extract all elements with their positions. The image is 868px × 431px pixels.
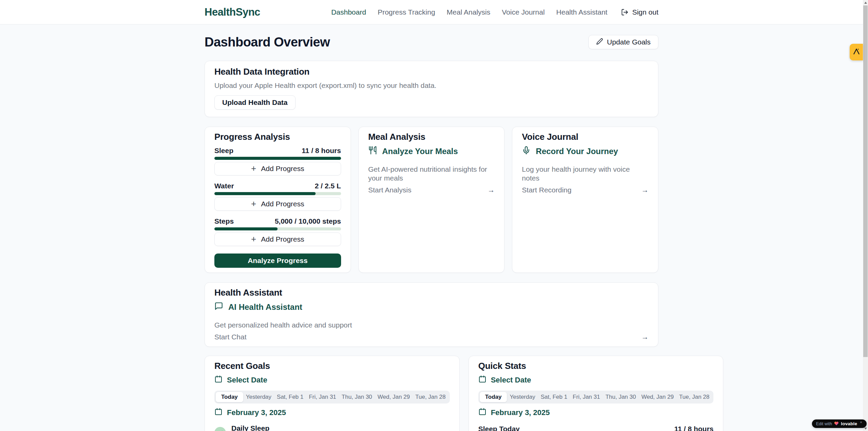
metric-steps: Steps 5,000 / 10,000 steps +Add Progress [214,217,341,246]
calendar-icon [214,375,223,385]
date-tab[interactable]: Wed, Jan 29 [639,392,676,402]
log-out-icon [621,8,628,16]
meal-title: Meal Analysis [368,132,495,142]
recent-goals-select-date[interactable]: Select Date [214,375,450,385]
date-tab-yesterday[interactable]: Yesterday [243,392,274,402]
plus-icon: + [251,235,256,243]
metric-value: 2 / 2.5 L [315,182,341,190]
add-progress-steps-button[interactable]: +Add Progress [214,232,341,246]
arrow-right-icon: → [641,333,649,341]
scrollbar [863,0,868,431]
date-tab[interactable]: Fri, Jan 31 [570,392,603,402]
scrollbar-up-arrow[interactable] [863,0,868,5]
date-tab[interactable]: Sat, Feb 1 [274,392,306,402]
start-chat-action[interactable]: Start Chat → [214,333,649,341]
nav-meal-analysis[interactable]: Meal Analysis [447,8,490,16]
pencil-icon [596,38,603,46]
plus-icon: + [251,164,256,173]
badge-brand: lovable [841,421,857,426]
recent-goals-card: Recent Goals Select Date Today Yesterday… [205,356,460,431]
date-tab[interactable]: Wed, Jan 29 [375,392,412,402]
metric-label: Steps [214,217,234,226]
calendar-icon [478,375,486,385]
arrow-right-icon: → [641,186,649,194]
date-tab[interactable]: Thu, Jan 30 [339,392,375,402]
sign-out-button[interactable]: Sign out [621,8,658,16]
date-tab[interactable]: Thu, Jan 30 [603,392,639,402]
voice-description: Log your health journey with voice notes [522,165,649,183]
upload-health-data-button[interactable]: Upload Health Data [214,95,296,110]
start-recording-action[interactable]: Start Recording → [522,186,649,194]
recent-goals-title: Recent Goals [214,361,450,371]
microphone-icon [522,146,531,157]
progress-bar-steps [214,227,341,230]
recent-goals-date-tabs: Today Yesterday Sat, Feb 1 Fri, Jan 31 T… [214,391,450,404]
lovable-editor-tab[interactable] [850,44,863,60]
metric-label: Sleep [214,146,233,155]
meal-analysis-card: Meal Analysis Analyze Your Meals Get AI-… [358,127,505,273]
metric-sleep: Sleep 11 / 8 hours +Add Progress [214,146,341,175]
page-title: Dashboard Overview [205,34,330,50]
analyze-your-meals-link[interactable]: Analyze Your Meals [368,146,495,157]
date-tab[interactable]: Sat, Feb 1 [538,392,570,402]
voice-title: Voice Journal [522,132,649,142]
main-nav: Dashboard Progress Tracking Meal Analysi… [331,8,658,16]
start-analysis-action[interactable]: Start Analysis → [368,186,495,194]
stat-label: Sleep Today [478,425,520,431]
quick-stats-date-tabs: Today Yesterday Sat, Feb 1 Fri, Jan 31 T… [478,391,714,404]
assistant-title: Health Assistant [214,287,649,298]
chat-bubble-icon [214,302,223,313]
add-progress-water-button[interactable]: +Add Progress [214,197,341,211]
recent-goals-current-date: February 3, 2025 [214,408,450,418]
badge-prefix: Edit with [816,421,832,426]
lovable-logo-icon [852,48,861,57]
nav-dashboard[interactable]: Dashboard [331,8,366,16]
date-tab[interactable]: Fri, Jan 31 [306,392,339,402]
edit-with-lovable-badge[interactable]: Edit with lovable × [812,419,867,428]
goal-name: Daily Sleep [231,424,269,431]
check-circle-icon [214,427,226,431]
update-goals-button[interactable]: Update Goals [588,35,658,49]
date-tab-today[interactable]: Today [480,392,507,402]
date-tab-today[interactable]: Today [216,392,243,402]
progress-bar-water [214,192,341,195]
nav-health-assistant[interactable]: Health Assistant [556,8,607,16]
quick-stats-current-date: February 3, 2025 [478,408,714,418]
metric-value: 11 / 8 hours [302,146,341,155]
quick-stats-card: Quick Stats Select Date Today Yesterday … [468,356,724,431]
goal-item-daily-sleep: Daily Sleep 11 / 8 hours [214,424,450,431]
app-logo[interactable]: HealthSync [205,6,260,18]
record-your-journey-link[interactable]: Record Your Journey [522,146,649,157]
date-tab[interactable]: Tue, Jan 28 [676,392,712,402]
integration-title: Health Data Integration [214,67,649,77]
metric-label: Water [214,182,234,190]
meal-description: Get AI-powered nutritional insights for … [368,165,495,183]
health-assistant-card: Health Assistant AI Health Assistant Get… [205,282,658,347]
progress-analysis-card: Progress Analysis Sleep 11 / 8 hours +Ad… [205,127,351,273]
top-nav: HealthSync Dashboard Progress Tracking M… [0,0,863,24]
metric-value: 5,000 / 10,000 steps [275,217,341,226]
quick-stats-select-date[interactable]: Select Date [478,375,714,385]
add-progress-sleep-button[interactable]: +Add Progress [214,162,341,175]
plus-icon: + [251,199,256,208]
ai-health-assistant-link[interactable]: AI Health Assistant [214,302,649,313]
progress-title: Progress Analysis [214,132,341,142]
voice-journal-card: Voice Journal Record Your Journey Log yo… [512,127,658,273]
sleep-today-row: Sleep Today 11 / 8 hours [478,425,714,431]
stat-value: 11 / 8 hours [674,425,714,431]
nav-progress-tracking[interactable]: Progress Tracking [378,8,435,16]
date-tab-yesterday[interactable]: Yesterday [507,392,538,402]
date-tab[interactable]: Tue, Jan 28 [412,392,448,402]
calendar-icon [478,408,486,418]
progress-bar-sleep [214,157,341,160]
arrow-right-icon: → [488,186,495,194]
calendar-icon [214,408,223,418]
utensils-icon [368,146,377,157]
assistant-description: Get personalized health advice and suppo… [214,321,649,330]
scrollbar-thumb[interactable] [863,5,868,357]
health-data-integration-card: Health Data Integration Upload your Appl… [205,61,658,117]
page: HealthSync Dashboard Progress Tracking M… [0,0,863,431]
badge-close-icon[interactable]: × [860,420,862,424]
analyze-progress-button[interactable]: Analyze Progress [214,254,341,268]
nav-voice-journal[interactable]: Voice Journal [502,8,545,16]
